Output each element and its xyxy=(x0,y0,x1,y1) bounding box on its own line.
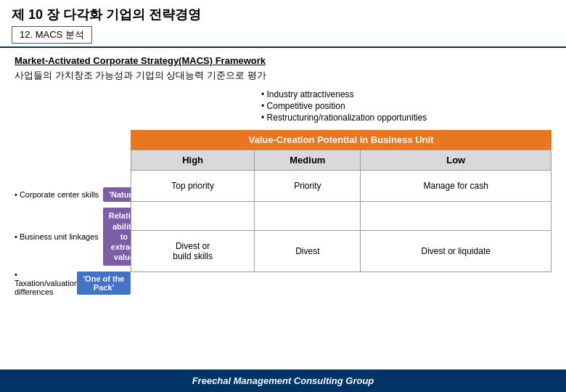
cell-priority: Priority xyxy=(255,171,361,202)
left-label-row-3: • Taxation/valuation differences 'One of… xyxy=(15,260,131,306)
left-label-row-2: • Business unit linkages Relative abilit… xyxy=(15,213,131,260)
table-row-3: Divest orbuild skills Divest Divest or l… xyxy=(131,231,551,272)
left-labels: • Corporate center skills 'Natural Owner… xyxy=(15,150,131,306)
page-title: 제 10 장 다각화 기업의 전략경영 xyxy=(12,6,554,23)
bullet-3: • Restructuring/rationalization opportun… xyxy=(261,113,551,123)
framework-subtitle: 사업들의 가치창조 가능성과 기업의 상대능력 기준으로 평가 xyxy=(15,69,551,82)
cell-manage-for-cash: Manage for cash xyxy=(361,171,551,202)
cell-empty-1 xyxy=(131,202,255,231)
col-header-medium: Medium xyxy=(255,150,361,171)
bullet-1: • Industry attractiveness xyxy=(261,89,551,99)
cell-top-priority: Top priority xyxy=(131,171,255,202)
main-content: Market-Activated Corporate Strategy(MACS… xyxy=(0,48,566,369)
cell-divest-build: Divest orbuild skills xyxy=(131,231,255,272)
bullet-2: • Competitive position xyxy=(261,101,551,111)
table-row-1: Top priority Priority Manage for cash xyxy=(131,171,551,202)
matrix-table-wrapper: High Medium Low Top priority Priority Ma… xyxy=(131,150,551,306)
col-header-high: High xyxy=(131,150,255,171)
header: 제 10 장 다각화 기업의 전략경영 12. MACS 분석 xyxy=(0,0,566,48)
matrix-table: High Medium Low Top priority Priority Ma… xyxy=(131,150,551,272)
left-label-text-2: • Business unit linkages xyxy=(15,232,99,241)
cell-divest-liquidate: Divest or liquidate xyxy=(361,231,551,272)
cell-empty-3 xyxy=(361,202,551,231)
footer: Freechal Management Consulting Group xyxy=(0,369,566,392)
page-container: 제 10 장 다각화 기업의 전략경영 12. MACS 분석 Market-A… xyxy=(0,0,566,392)
table-row-2 xyxy=(131,202,551,231)
section-label: 12. MACS 분석 xyxy=(12,26,92,44)
badge-one-of-the-pack: 'One of the Pack' xyxy=(77,271,131,295)
matrix-area: • Corporate center skills 'Natural Owner… xyxy=(15,150,551,306)
cell-empty-2 xyxy=(255,202,361,231)
bullet-list: • Industry attractiveness • Competitive … xyxy=(261,89,551,124)
left-label-text-1: • Corporate center skills xyxy=(15,190,99,199)
col-header-low: Low xyxy=(361,150,551,171)
matrix-header: Value-Creation Potential in Business Uni… xyxy=(131,130,551,150)
footer-text: Freechal Management Consulting Group xyxy=(192,375,374,386)
framework-title: Market-Activated Corporate Strategy(MACS… xyxy=(15,55,551,66)
cell-divest: Divest xyxy=(255,231,361,272)
left-label-text-3: • Taxation/valuation differences xyxy=(15,270,73,296)
